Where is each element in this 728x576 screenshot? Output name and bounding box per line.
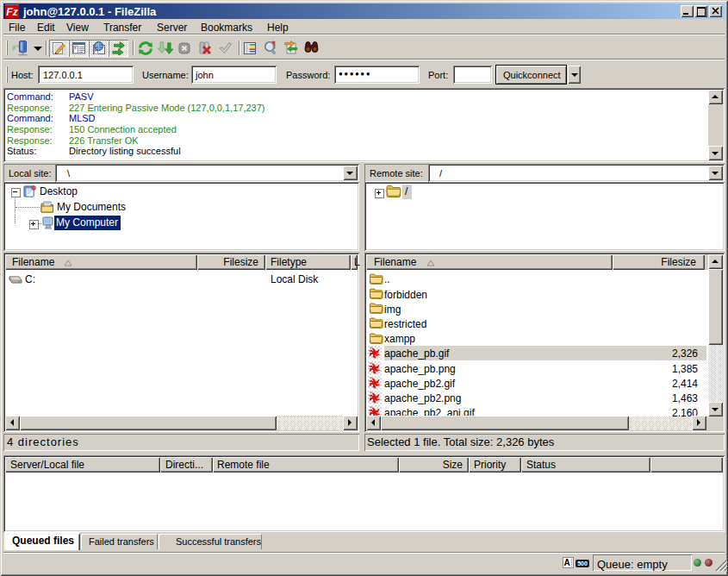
svg-text:A: A [563,558,569,567]
svg-text:Fz: Fz [6,6,17,18]
